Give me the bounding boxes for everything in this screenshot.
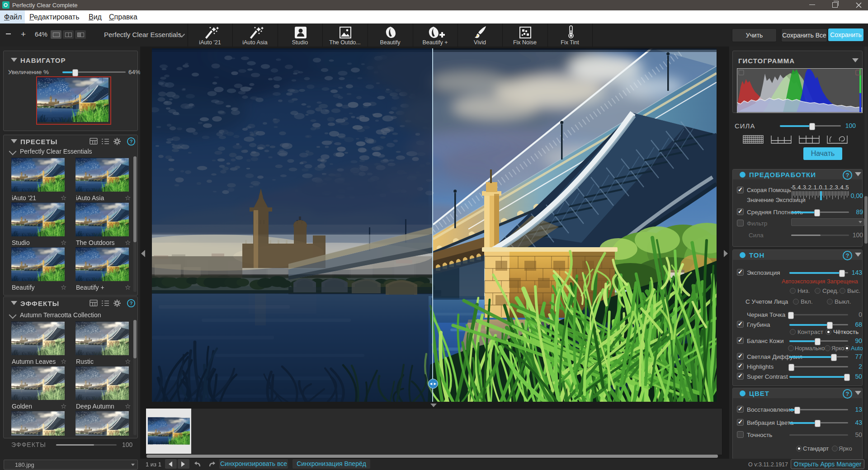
svg-text:?: ? [130, 139, 133, 144]
svg-text:?: ? [130, 301, 133, 306]
